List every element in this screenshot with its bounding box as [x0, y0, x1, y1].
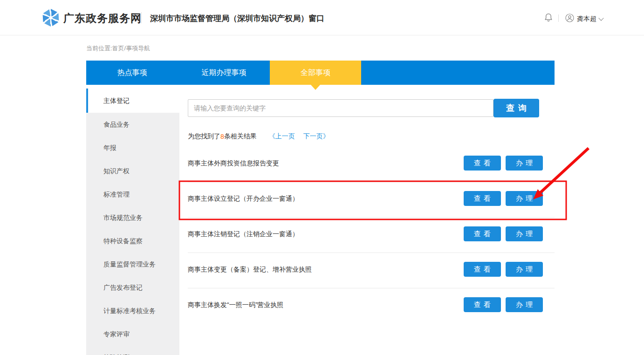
result-summary: 为您找到了8条相关结果 《上一页 下一页》 — [188, 132, 329, 141]
chevron-down-icon — [598, 15, 603, 20]
red-arrow-shaft — [541, 148, 589, 192]
header-divider — [141, 12, 142, 23]
search-button[interactable]: 查询 — [493, 99, 539, 117]
result-prefix: 为您找到了 — [188, 132, 220, 141]
item-title[interactable]: 商事主体变更（备案）登记、增补营业执照 — [188, 266, 312, 274]
row-divider — [188, 288, 555, 288]
active-tab-caret — [311, 85, 320, 90]
item-title[interactable]: 商事主体设立登记（开办企业一窗通） — [188, 195, 299, 203]
sidebar-item-ad-publishing[interactable]: 广告发布登记 — [86, 276, 179, 299]
sidebar-item-annual-report[interactable]: 年报 — [86, 136, 179, 159]
sidebar-item-metrology-assessment[interactable]: 计量标准考核业务 — [86, 299, 179, 322]
sidebar-item-quality-supervision[interactable]: 质量监督管理业务 — [86, 253, 179, 276]
handle-button-row2[interactable]: 办理 — [506, 191, 543, 206]
item-title[interactable]: 商事主体换发“一照一码”营业执照 — [188, 301, 283, 309]
bell-icon[interactable] — [544, 13, 553, 24]
handle-button-row5[interactable]: 办理 — [506, 297, 543, 312]
row-divider — [188, 182, 555, 182]
user-name: 龚本超 — [577, 15, 596, 23]
view-button-row3[interactable]: 查看 — [464, 226, 501, 241]
search-input[interactable] — [188, 99, 493, 117]
brand-title[interactable]: 广东政务服务网 — [63, 11, 142, 26]
tab-hot-items[interactable]: 热点事项 — [86, 61, 178, 85]
sidebar-item-standard-management[interactable]: 标准管理 — [86, 183, 179, 206]
tab-bar: 热点事项 近期办理事项 全部事项 — [86, 61, 555, 85]
breadcrumb: 当前位置:首页/事项导航 — [86, 44, 150, 53]
sidebar-item-intellectual-property[interactable]: 知识产权 — [86, 159, 179, 183]
sidebar-item-clipped[interactable]: 检验检测 — [86, 346, 179, 355]
page: 广东政务服务网 深圳市市场监督管理局（深圳市知识产权局）窗口 龚本超 当前位置:… — [0, 0, 644, 355]
window-office-title: 深圳市市场监督管理局（深圳市知识产权局）窗口 — [150, 13, 324, 24]
prev-page-link[interactable]: 《上一页 — [269, 132, 295, 141]
view-button-row1[interactable]: 查看 — [464, 156, 501, 171]
item-title[interactable]: 商事主体外商投资信息报告变更 — [188, 159, 279, 168]
user-menu[interactable]: 龚本超 — [565, 14, 603, 24]
handle-button-row3[interactable]: 办理 — [506, 226, 543, 241]
sidebar-item-food-business[interactable]: 食品业务 — [86, 113, 179, 136]
view-button-row5[interactable]: 查看 — [464, 297, 501, 312]
next-page-link[interactable]: 下一页》 — [303, 132, 329, 141]
sidebar-item-market-regulation[interactable]: 市场规范业务 — [86, 206, 179, 229]
sidebar: 食品业务 年报 知识产权 标准管理 市场规范业务 特种设备监察 质量监督管理业务… — [86, 113, 179, 355]
tab-recent-items[interactable]: 近期办理事项 — [178, 61, 270, 85]
result-suffix: 条相关结果 — [224, 132, 257, 141]
handle-button-row1[interactable]: 办理 — [506, 156, 543, 171]
row-divider — [188, 253, 555, 253]
header-divider — [558, 14, 559, 22]
row-divider — [188, 217, 555, 218]
sidebar-item-subject-registration[interactable]: 主体登记 — [86, 89, 179, 113]
handle-button-row4[interactable]: 办理 — [506, 262, 543, 277]
sidebar-item-expert-review[interactable]: 专家评审 — [86, 322, 179, 346]
view-button-row2[interactable]: 查看 — [464, 191, 501, 206]
user-circle-icon — [565, 14, 574, 24]
view-button-row4[interactable]: 查看 — [464, 262, 501, 277]
item-title[interactable]: 商事主体注销登记（注销企业一窗通） — [188, 230, 299, 239]
pinwheel-logo — [41, 8, 61, 29]
sidebar-item-special-equipment[interactable]: 特种设备监察 — [86, 229, 179, 253]
result-count: 8 — [220, 133, 224, 140]
tab-all-items[interactable]: 全部事项 — [270, 61, 361, 85]
